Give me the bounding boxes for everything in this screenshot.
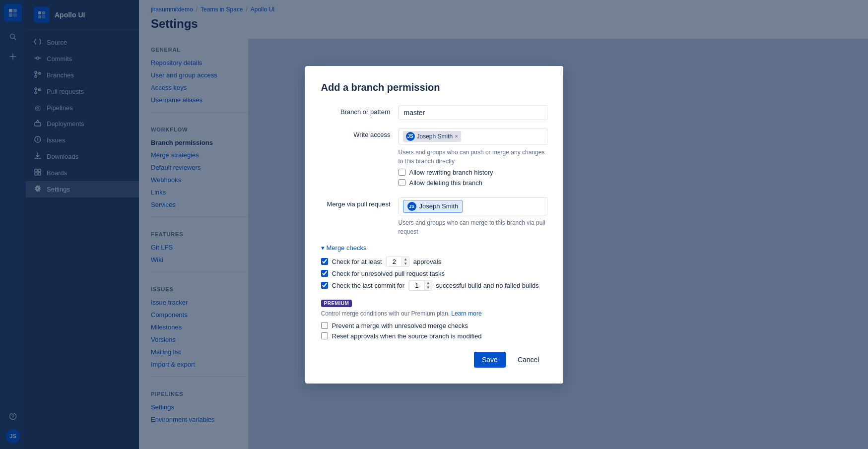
write-access-remove-tag[interactable]: × [455, 133, 458, 139]
modal-actions: Save Cancel [321, 352, 547, 368]
merge-pr-control: JS Joseph Smith Users and groups who can… [399, 197, 547, 236]
premium-text: Control merge conditions with our Premiu… [321, 310, 547, 317]
allow-rewriting-row: Allow rewriting branch history [399, 169, 547, 176]
premium-badge: PREMIUM [321, 300, 352, 307]
check-last-commit-label-full: Check the last commit for ▲ ▼ successful… [332, 280, 539, 291]
check-unresolved-checkbox[interactable] [321, 270, 328, 277]
approvals-down[interactable]: ▼ [403, 261, 407, 266]
last-commit-up[interactable]: ▲ [426, 281, 430, 285]
user-avatar-small: JS [406, 132, 415, 141]
write-access-user-tag: JS Joseph Smith × [403, 131, 462, 142]
prevent-merge-row: Prevent a merge with unresolved merge ch… [321, 322, 547, 329]
reset-approvals-label[interactable]: Reset approvals when the source branch i… [332, 332, 482, 340]
write-access-user-name: Joseph Smith [417, 133, 453, 140]
premium-text-content: Control merge conditions with our Premiu… [321, 310, 450, 317]
modal-overlay[interactable]: Add a branch permission Branch or patter… [0, 0, 868, 449]
merge-pr-tag-input[interactable]: JS Joseph Smith [399, 197, 547, 215]
modal-title: Add a branch permission [321, 82, 547, 93]
write-access-label: Write access [321, 128, 391, 138]
merge-checks-section: Check for at least ▲ ▼ approvals [321, 257, 547, 291]
reset-approvals-checkbox[interactable] [321, 332, 328, 339]
check-approvals-row: Check for at least ▲ ▼ approvals [321, 257, 547, 267]
branch-pattern-control [399, 105, 547, 120]
check-approvals-suffix: approvals [413, 258, 441, 265]
prevent-merge-checkbox[interactable] [321, 322, 328, 329]
approvals-spinner-buttons[interactable]: ▲ ▼ [402, 257, 409, 266]
reset-approvals-row: Reset approvals when the source branch i… [321, 332, 547, 340]
premium-learn-more-link[interactable]: Learn more [451, 310, 481, 317]
check-unresolved-row: Check for unresolved pull request tasks [321, 270, 547, 277]
chevron-down-icon: ▾ [321, 244, 325, 252]
merge-checks-toggle[interactable]: ▾ Merge checks [321, 244, 547, 252]
write-access-help: Users and groups who can push or merge a… [399, 148, 547, 166]
merge-pr-user-name: Joseph Smith [419, 202, 459, 210]
check-approvals-checkbox[interactable] [321, 258, 328, 265]
merge-pr-avatar: JS [407, 202, 416, 211]
allow-deleting-row: Allow deleting this branch [399, 179, 547, 187]
approvals-value[interactable] [386, 257, 402, 266]
last-commit-spinner-buttons[interactable]: ▲ ▼ [425, 281, 432, 290]
allow-deleting-checkbox[interactable] [399, 179, 405, 186]
approvals-up[interactable]: ▲ [403, 257, 407, 261]
approvals-spinner[interactable]: ▲ ▼ [386, 257, 409, 267]
premium-section: PREMIUM Control merge conditions with ou… [321, 299, 547, 340]
merge-checks-label: Merge checks [327, 244, 367, 252]
check-unresolved-label[interactable]: Check for unresolved pull request tasks [332, 270, 445, 277]
check-approvals-label-full: Check for at least ▲ ▼ approvals [332, 257, 442, 267]
allow-rewriting-label[interactable]: Allow rewriting branch history [409, 169, 493, 176]
prevent-merge-label[interactable]: Prevent a merge with unresolved merge ch… [332, 322, 468, 329]
allow-deleting-label[interactable]: Allow deleting this branch [409, 179, 482, 187]
merge-pr-row: Merge via pull request JS Joseph Smith U… [321, 197, 547, 236]
merge-pr-user-tag: JS Joseph Smith [403, 200, 463, 213]
branch-pattern-input[interactable] [399, 105, 547, 120]
last-commit-down[interactable]: ▼ [426, 285, 430, 290]
branch-pattern-label: Branch or pattern [321, 105, 391, 116]
check-last-commit-suffix: successful build and no failed builds [436, 282, 538, 289]
save-button[interactable]: Save [474, 352, 506, 368]
merge-pr-help: Users and groups who can merge to this b… [399, 218, 547, 236]
write-access-control: JS Joseph Smith × Users and groups who c… [399, 128, 547, 190]
check-last-commit-row: Check the last commit for ▲ ▼ successful… [321, 280, 547, 291]
write-access-row: Write access JS Joseph Smith × Users and… [321, 128, 547, 190]
check-approvals-prefix: Check for at least [332, 258, 382, 265]
modal-add-branch-permission: Add a branch permission Branch or patter… [305, 66, 563, 384]
write-access-tag-input[interactable]: JS Joseph Smith × [399, 128, 547, 145]
check-last-commit-checkbox[interactable] [321, 282, 328, 289]
check-last-commit-prefix: Check the last commit for [332, 282, 405, 289]
last-commit-value[interactable] [409, 281, 425, 290]
merge-pr-label: Merge via pull request [321, 197, 391, 208]
last-commit-spinner[interactable]: ▲ ▼ [408, 280, 432, 291]
allow-rewriting-checkbox[interactable] [399, 169, 405, 176]
branch-pattern-row: Branch or pattern [321, 105, 547, 120]
cancel-button[interactable]: Cancel [510, 352, 547, 368]
